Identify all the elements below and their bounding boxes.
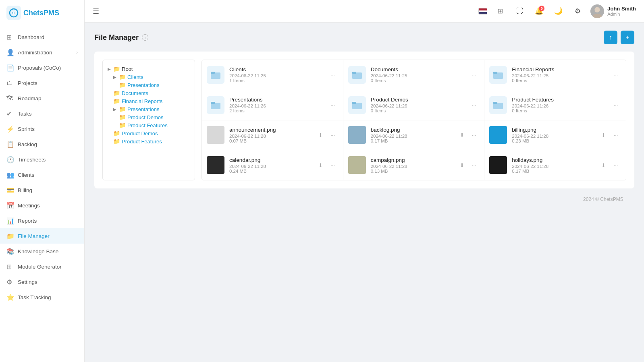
- file-name-product-features: Product Features: [512, 97, 606, 103]
- file-meta-product-demos: 2024-06-22 11:260 Items: [371, 103, 464, 113]
- download-button-backlog[interactable]: ⬇: [457, 130, 467, 140]
- sidebar-item-label: Roadmap: [18, 95, 42, 101]
- sidebar-item-billing[interactable]: 💳Billing: [0, 182, 84, 198]
- sidebar-item-label: Billing: [18, 187, 32, 193]
- upload-button[interactable]: ↑: [604, 31, 617, 44]
- more-options-button-announcement[interactable]: ···: [328, 130, 338, 140]
- file-card-product-demos[interactable]: Product Demos2024-06-22 11:260 Items···: [343, 90, 485, 120]
- more-options-button-product-demos[interactable]: ···: [469, 100, 479, 110]
- more-options-button-billing[interactable]: ···: [611, 130, 621, 140]
- logo-text: ChetsPMS: [23, 9, 59, 17]
- svg-rect-7: [211, 72, 215, 74]
- tree-product-demos[interactable]: 📁 Product Demos: [113, 129, 190, 137]
- sidebar-item-module-generator[interactable]: ⊞Module Generator: [0, 259, 84, 274]
- file-thumb-product-features: [489, 96, 507, 114]
- file-card-presentations[interactable]: Presentations2024-06-22 11:262 Items···: [202, 90, 343, 120]
- roadmap-icon: 🗺: [6, 95, 14, 102]
- clients-icon: 👥: [6, 171, 14, 178]
- file-thumb-presentations: [207, 96, 224, 114]
- svg-rect-9: [352, 72, 356, 74]
- tree-presentations[interactable]: ▶ 📁 Presentations: [113, 105, 190, 113]
- file-card-campaign[interactable]: campaign.png2024-06-22 11:280.13 MB⬇···: [343, 150, 485, 180]
- tree-product-features[interactable]: 📁 Product Features: [113, 137, 190, 145]
- page-header: File Manager i ↑ +: [94, 31, 634, 44]
- more-options-button-holidays[interactable]: ···: [611, 160, 621, 170]
- language-flag-icon[interactable]: [478, 8, 487, 14]
- page-info-icon[interactable]: i: [142, 34, 148, 41]
- sidebar-item-meetings[interactable]: 📅Meetings: [0, 198, 84, 213]
- more-options-button-product-features[interactable]: ···: [611, 100, 621, 110]
- download-button-holidays[interactable]: ⬇: [598, 160, 609, 170]
- file-card-product-features[interactable]: Product Features2024-06-22 11:260 Items·…: [484, 90, 626, 120]
- more-options-button-presentations[interactable]: ···: [328, 100, 338, 110]
- file-card-backlog[interactable]: backlog.png2024-06-22 11:280.17 MB⬇···: [343, 120, 485, 151]
- more-options-button-campaign[interactable]: ···: [469, 160, 479, 170]
- sidebar-item-administration[interactable]: 👤Administration›: [0, 45, 84, 60]
- sidebar-item-settings[interactable]: ⚙Settings: [0, 274, 84, 290]
- page-footer: 2024 © ChetsPMS.: [94, 188, 634, 206]
- file-name-documents: Documents: [371, 66, 464, 72]
- tree-documents[interactable]: 📁 Documents: [113, 89, 190, 97]
- sidebar-item-label: Reports: [18, 218, 37, 224]
- tree-clients[interactable]: ▶ 📁 Clients: [113, 73, 190, 81]
- sidebar-item-tasks[interactable]: ✔Tasks: [0, 106, 84, 121]
- sidebar-item-label: Timesheets: [18, 157, 46, 163]
- download-button-calendar[interactable]: ⬇: [316, 160, 326, 170]
- sidebar-item-reports[interactable]: 📊Reports: [0, 213, 84, 228]
- sidebar-item-sprints[interactable]: ⚡Sprints: [0, 121, 84, 137]
- more-options-button-calendar[interactable]: ···: [328, 160, 338, 170]
- tree-product-features-sub[interactable]: 📁 Product Features: [119, 121, 190, 129]
- sidebar-item-file-manager[interactable]: 📁File Manager: [0, 228, 84, 244]
- menu-toggle-icon[interactable]: ☰: [93, 7, 99, 16]
- task-tracking-icon: ⭐: [6, 294, 14, 301]
- sidebar-navigation: ⊞Dashboard👤Administration›📄Proposals (Co…: [0, 26, 84, 308]
- tree-root[interactable]: ▶ 📁 Root: [108, 65, 190, 73]
- download-button-billing[interactable]: ⬇: [598, 130, 609, 140]
- user-avatar-button[interactable]: John Smith Admin: [590, 4, 636, 18]
- sidebar-item-label: Proposals (CoCo): [18, 65, 61, 71]
- fullscreen-icon[interactable]: ⛶: [513, 5, 526, 18]
- notification-badge: 0: [539, 6, 544, 11]
- more-options-button-documents[interactable]: ···: [469, 70, 479, 80]
- sidebar-item-timesheets[interactable]: 🕐Timesheets: [0, 152, 84, 167]
- file-card-documents[interactable]: Documents2024-06-22 11:250 Items···: [343, 60, 485, 90]
- sidebar-item-knowledge-base[interactable]: 📚Knowledge Base: [0, 244, 84, 259]
- tree-presentations-sub[interactable]: 📁 Presentations: [119, 81, 190, 89]
- sidebar-item-projects[interactable]: 🗂Projects: [0, 75, 84, 91]
- sidebar-item-backlog[interactable]: 📋Backlog: [0, 137, 84, 152]
- sidebar-item-proposals[interactable]: 📄Proposals (CoCo): [0, 60, 84, 75]
- file-thumb-documents: [348, 66, 366, 84]
- logo[interactable]: ChetsPMS: [0, 0, 84, 26]
- notifications-icon[interactable]: 🔔 0: [532, 5, 545, 18]
- more-options-button-clients[interactable]: ···: [328, 70, 338, 80]
- download-button-announcement[interactable]: ⬇: [316, 130, 326, 140]
- sidebar-item-label: Settings: [18, 279, 37, 285]
- file-card-billing[interactable]: billing.png2024-06-22 11:280.23 MB⬇···: [484, 120, 626, 151]
- backlog-icon: 📋: [6, 141, 14, 148]
- sidebar-item-label: Projects: [18, 80, 37, 86]
- sidebar-item-clients[interactable]: 👥Clients: [0, 167, 84, 182]
- file-meta-holidays: 2024-06-22 11:280.17 MB: [512, 164, 594, 174]
- apps-grid-icon[interactable]: ⊞: [494, 5, 507, 18]
- sidebar-item-dashboard[interactable]: ⊞Dashboard: [0, 29, 84, 45]
- sidebar-item-task-tracking[interactable]: ⭐Task Tracking: [0, 290, 84, 305]
- file-card-holidays[interactable]: holidays.png2024-06-22 11:280.17 MB⬇···: [484, 150, 626, 180]
- tree-financial-reports[interactable]: 📁 Financial Reports: [113, 97, 190, 105]
- file-card-calendar[interactable]: calendar.png2024-06-22 11:280.24 MB⬇···: [202, 150, 343, 180]
- more-options-button-backlog[interactable]: ···: [469, 130, 479, 140]
- dark-mode-icon[interactable]: 🌙: [552, 5, 565, 18]
- tree-product-demos-sub[interactable]: 📁 Product Demos: [119, 113, 190, 121]
- sidebar-item-roadmap[interactable]: 🗺Roadmap: [0, 91, 84, 106]
- download-button-campaign[interactable]: ⬇: [457, 160, 467, 170]
- more-options-button-financial-reports[interactable]: ···: [611, 70, 621, 80]
- file-card-financial-reports[interactable]: Financial Reports2024-06-22 11:250 Items…: [484, 60, 626, 90]
- file-name-campaign: campaign.png: [371, 157, 452, 163]
- sidebar-item-label: Sprints: [18, 126, 35, 132]
- file-name-billing: billing.png: [512, 127, 594, 133]
- settings-icon[interactable]: ⚙: [571, 5, 584, 18]
- dashboard-icon: ⊞: [6, 33, 14, 41]
- add-button[interactable]: +: [621, 31, 634, 44]
- file-card-announcement[interactable]: announcement.png2024-06-22 11:280.07 MB⬇…: [202, 120, 343, 151]
- file-thumb-financial-reports: [489, 66, 507, 84]
- file-card-clients[interactable]: Clients2024-06-22 11:251 Items···: [202, 60, 343, 90]
